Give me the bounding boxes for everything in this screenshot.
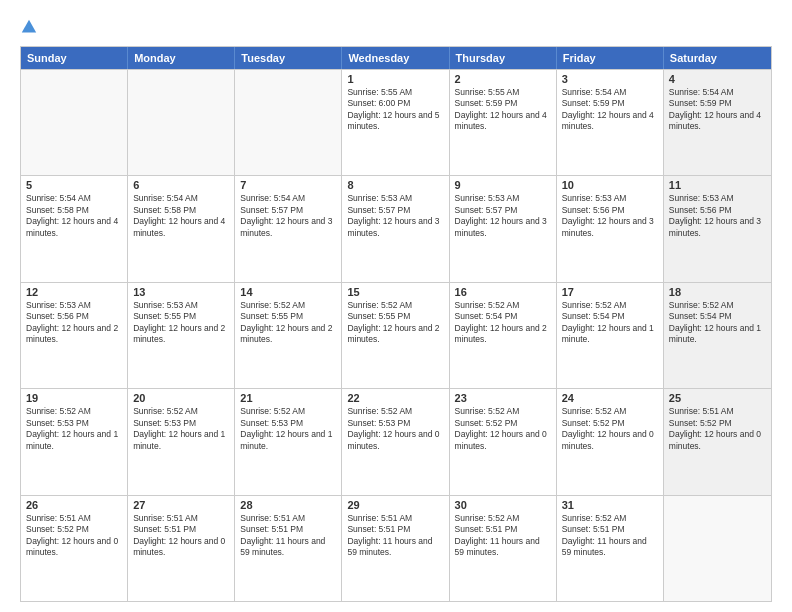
calendar-cell: 18Sunrise: 5:52 AMSunset: 5:54 PMDayligh… <box>664 283 771 388</box>
cell-info: Sunrise: 5:52 AMSunset: 5:55 PMDaylight:… <box>347 300 443 346</box>
calendar-cell: 11Sunrise: 5:53 AMSunset: 5:56 PMDayligh… <box>664 176 771 281</box>
day-number: 27 <box>133 499 229 511</box>
day-number: 4 <box>669 73 766 85</box>
cell-info: Sunrise: 5:52 AMSunset: 5:54 PMDaylight:… <box>455 300 551 346</box>
cell-info: Sunrise: 5:51 AMSunset: 5:51 PMDaylight:… <box>133 513 229 559</box>
day-number: 26 <box>26 499 122 511</box>
day-number: 16 <box>455 286 551 298</box>
day-number: 15 <box>347 286 443 298</box>
calendar-cell: 10Sunrise: 5:53 AMSunset: 5:56 PMDayligh… <box>557 176 664 281</box>
calendar-cell: 14Sunrise: 5:52 AMSunset: 5:55 PMDayligh… <box>235 283 342 388</box>
day-number: 5 <box>26 179 122 191</box>
cell-info: Sunrise: 5:55 AMSunset: 6:00 PMDaylight:… <box>347 87 443 133</box>
calendar-cell: 13Sunrise: 5:53 AMSunset: 5:55 PMDayligh… <box>128 283 235 388</box>
cell-info: Sunrise: 5:52 AMSunset: 5:51 PMDaylight:… <box>455 513 551 559</box>
calendar-cell: 26Sunrise: 5:51 AMSunset: 5:52 PMDayligh… <box>21 496 128 601</box>
weekday-header: Thursday <box>450 47 557 69</box>
calendar-cell: 20Sunrise: 5:52 AMSunset: 5:53 PMDayligh… <box>128 389 235 494</box>
logo <box>20 16 42 36</box>
day-number: 19 <box>26 392 122 404</box>
calendar-cell: 29Sunrise: 5:51 AMSunset: 5:51 PMDayligh… <box>342 496 449 601</box>
calendar-cell: 27Sunrise: 5:51 AMSunset: 5:51 PMDayligh… <box>128 496 235 601</box>
calendar-cell: 21Sunrise: 5:52 AMSunset: 5:53 PMDayligh… <box>235 389 342 494</box>
calendar-cell <box>128 70 235 175</box>
cell-info: Sunrise: 5:53 AMSunset: 5:55 PMDaylight:… <box>133 300 229 346</box>
calendar-row: 1Sunrise: 5:55 AMSunset: 6:00 PMDaylight… <box>21 69 771 175</box>
day-number: 22 <box>347 392 443 404</box>
calendar-header: SundayMondayTuesdayWednesdayThursdayFrid… <box>21 47 771 69</box>
calendar-cell: 22Sunrise: 5:52 AMSunset: 5:53 PMDayligh… <box>342 389 449 494</box>
calendar-cell: 4Sunrise: 5:54 AMSunset: 5:59 PMDaylight… <box>664 70 771 175</box>
weekday-header: Monday <box>128 47 235 69</box>
weekday-header: Sunday <box>21 47 128 69</box>
day-number: 2 <box>455 73 551 85</box>
calendar-cell: 7Sunrise: 5:54 AMSunset: 5:57 PMDaylight… <box>235 176 342 281</box>
cell-info: Sunrise: 5:53 AMSunset: 5:56 PMDaylight:… <box>26 300 122 346</box>
weekday-header: Tuesday <box>235 47 342 69</box>
cell-info: Sunrise: 5:53 AMSunset: 5:57 PMDaylight:… <box>455 193 551 239</box>
logo-icon <box>20 18 38 36</box>
calendar-row: 26Sunrise: 5:51 AMSunset: 5:52 PMDayligh… <box>21 495 771 601</box>
cell-info: Sunrise: 5:52 AMSunset: 5:55 PMDaylight:… <box>240 300 336 346</box>
cell-info: Sunrise: 5:54 AMSunset: 5:57 PMDaylight:… <box>240 193 336 239</box>
day-number: 28 <box>240 499 336 511</box>
calendar-cell: 5Sunrise: 5:54 AMSunset: 5:58 PMDaylight… <box>21 176 128 281</box>
calendar-body: 1Sunrise: 5:55 AMSunset: 6:00 PMDaylight… <box>21 69 771 601</box>
weekday-header: Saturday <box>664 47 771 69</box>
day-number: 21 <box>240 392 336 404</box>
day-number: 14 <box>240 286 336 298</box>
cell-info: Sunrise: 5:54 AMSunset: 5:58 PMDaylight:… <box>133 193 229 239</box>
calendar-row: 19Sunrise: 5:52 AMSunset: 5:53 PMDayligh… <box>21 388 771 494</box>
day-number: 7 <box>240 179 336 191</box>
day-number: 31 <box>562 499 658 511</box>
day-number: 13 <box>133 286 229 298</box>
cell-info: Sunrise: 5:54 AMSunset: 5:59 PMDaylight:… <box>562 87 658 133</box>
calendar-cell: 23Sunrise: 5:52 AMSunset: 5:52 PMDayligh… <box>450 389 557 494</box>
cell-info: Sunrise: 5:51 AMSunset: 5:51 PMDaylight:… <box>240 513 336 559</box>
svg-marker-0 <box>22 20 36 33</box>
calendar-cell: 1Sunrise: 5:55 AMSunset: 6:00 PMDaylight… <box>342 70 449 175</box>
day-number: 30 <box>455 499 551 511</box>
cell-info: Sunrise: 5:51 AMSunset: 5:52 PMDaylight:… <box>669 406 766 452</box>
cell-info: Sunrise: 5:52 AMSunset: 5:53 PMDaylight:… <box>240 406 336 452</box>
calendar-row: 5Sunrise: 5:54 AMSunset: 5:58 PMDaylight… <box>21 175 771 281</box>
calendar-cell: 31Sunrise: 5:52 AMSunset: 5:51 PMDayligh… <box>557 496 664 601</box>
cell-info: Sunrise: 5:53 AMSunset: 5:57 PMDaylight:… <box>347 193 443 239</box>
cell-info: Sunrise: 5:52 AMSunset: 5:53 PMDaylight:… <box>133 406 229 452</box>
weekday-header: Friday <box>557 47 664 69</box>
calendar-cell: 17Sunrise: 5:52 AMSunset: 5:54 PMDayligh… <box>557 283 664 388</box>
day-number: 9 <box>455 179 551 191</box>
day-number: 18 <box>669 286 766 298</box>
weekday-header: Wednesday <box>342 47 449 69</box>
calendar-cell: 15Sunrise: 5:52 AMSunset: 5:55 PMDayligh… <box>342 283 449 388</box>
cell-info: Sunrise: 5:54 AMSunset: 5:59 PMDaylight:… <box>669 87 766 133</box>
cell-info: Sunrise: 5:52 AMSunset: 5:52 PMDaylight:… <box>562 406 658 452</box>
day-number: 23 <box>455 392 551 404</box>
day-number: 17 <box>562 286 658 298</box>
cell-info: Sunrise: 5:52 AMSunset: 5:51 PMDaylight:… <box>562 513 658 559</box>
calendar-cell: 3Sunrise: 5:54 AMSunset: 5:59 PMDaylight… <box>557 70 664 175</box>
cell-info: Sunrise: 5:51 AMSunset: 5:52 PMDaylight:… <box>26 513 122 559</box>
calendar-cell: 28Sunrise: 5:51 AMSunset: 5:51 PMDayligh… <box>235 496 342 601</box>
cell-info: Sunrise: 5:52 AMSunset: 5:53 PMDaylight:… <box>26 406 122 452</box>
cell-info: Sunrise: 5:53 AMSunset: 5:56 PMDaylight:… <box>669 193 766 239</box>
calendar-cell: 25Sunrise: 5:51 AMSunset: 5:52 PMDayligh… <box>664 389 771 494</box>
day-number: 25 <box>669 392 766 404</box>
cell-info: Sunrise: 5:52 AMSunset: 5:54 PMDaylight:… <box>669 300 766 346</box>
day-number: 1 <box>347 73 443 85</box>
day-number: 11 <box>669 179 766 191</box>
day-number: 10 <box>562 179 658 191</box>
calendar-cell: 8Sunrise: 5:53 AMSunset: 5:57 PMDaylight… <box>342 176 449 281</box>
cell-info: Sunrise: 5:51 AMSunset: 5:51 PMDaylight:… <box>347 513 443 559</box>
calendar-row: 12Sunrise: 5:53 AMSunset: 5:56 PMDayligh… <box>21 282 771 388</box>
day-number: 3 <box>562 73 658 85</box>
day-number: 20 <box>133 392 229 404</box>
cell-info: Sunrise: 5:55 AMSunset: 5:59 PMDaylight:… <box>455 87 551 133</box>
calendar-cell: 12Sunrise: 5:53 AMSunset: 5:56 PMDayligh… <box>21 283 128 388</box>
calendar-cell: 24Sunrise: 5:52 AMSunset: 5:52 PMDayligh… <box>557 389 664 494</box>
day-number: 29 <box>347 499 443 511</box>
day-number: 12 <box>26 286 122 298</box>
day-number: 24 <box>562 392 658 404</box>
calendar-cell <box>664 496 771 601</box>
cell-info: Sunrise: 5:54 AMSunset: 5:58 PMDaylight:… <box>26 193 122 239</box>
